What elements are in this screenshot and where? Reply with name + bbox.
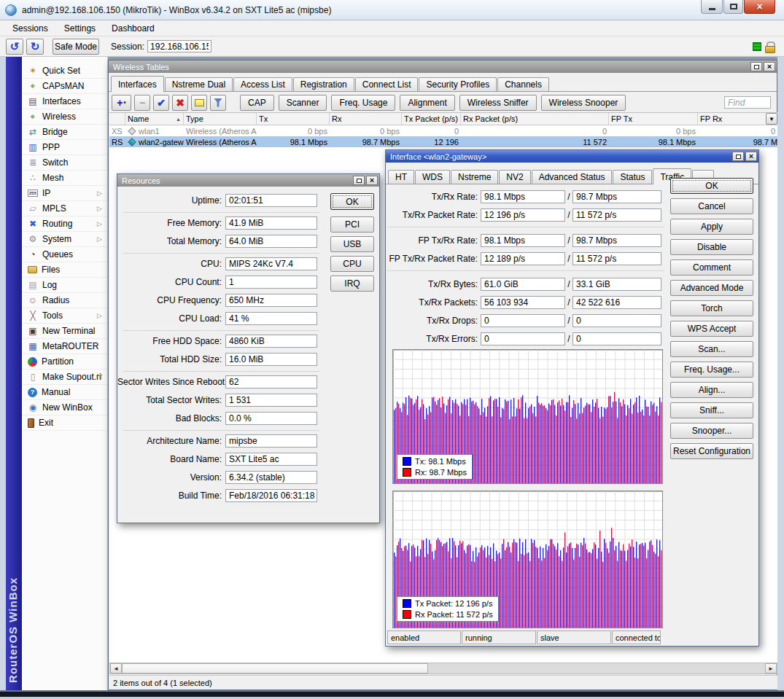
sidebar-item-switch[interactable]: ≣Switch bbox=[22, 155, 107, 171]
freq-usage-button[interactable]: Freq. Usage bbox=[331, 95, 395, 111]
resources-irq-button[interactable]: IRQ bbox=[330, 276, 374, 292]
restore-interface-button[interactable] bbox=[732, 152, 744, 161]
sidebar-item-quick-set[interactable]: ✶Quick Set bbox=[22, 63, 107, 79]
apply-button[interactable]: Apply bbox=[670, 219, 753, 235]
menu-settings[interactable]: Settings bbox=[56, 22, 104, 35]
resources-usb-button[interactable]: USB bbox=[330, 236, 374, 252]
wireless-sniffer-button[interactable]: Wireless Sniffer bbox=[459, 95, 537, 111]
reset-configuration-button[interactable]: Reset Configuration bbox=[670, 443, 753, 459]
comment-button[interactable]: Comment bbox=[670, 259, 753, 276]
maximize-resources-button[interactable] bbox=[353, 176, 365, 185]
close-window-button[interactable]: × bbox=[744, 0, 775, 14]
scan-button[interactable]: Scan... bbox=[670, 341, 753, 357]
alignment-button[interactable]: Alignment bbox=[400, 95, 454, 111]
resources-pci-button[interactable]: PCI bbox=[330, 216, 374, 233]
column-header-name[interactable]: Name▲ bbox=[125, 113, 184, 125]
sidebar-item-new-winbox[interactable]: ◉New WinBox bbox=[22, 400, 107, 415]
snooper-button[interactable]: Snooper... bbox=[670, 423, 753, 439]
torch-button[interactable]: Torch bbox=[670, 300, 753, 316]
sidebar-item-new-terminal[interactable]: ▣New Terminal bbox=[22, 324, 107, 339]
wt-tab-channels[interactable]: Channels bbox=[497, 77, 549, 91]
sidebar-item-radius[interactable]: ☺Radius bbox=[22, 293, 107, 308]
freq-usage-button[interactable]: Freq. Usage... bbox=[670, 362, 753, 378]
ok-button[interactable]: OK bbox=[670, 178, 753, 194]
close-interface-button[interactable]: × bbox=[745, 152, 757, 161]
scroll-left-button[interactable]: ◄ bbox=[110, 663, 122, 673]
maximize-button[interactable] bbox=[723, 0, 743, 14]
wt-tab-access-list[interactable]: Access List bbox=[233, 77, 292, 91]
wt-tab-registration[interactable]: Registration bbox=[293, 77, 354, 91]
if-tab-nstreme[interactable]: Nstreme bbox=[451, 170, 498, 184]
column-header-tx[interactable]: Tx bbox=[257, 113, 330, 125]
sidebar-item-queues[interactable]: ◔Queues bbox=[22, 247, 107, 262]
resources-ok-button[interactable]: OK bbox=[330, 193, 374, 210]
cancel-button[interactable]: Cancel bbox=[670, 198, 753, 214]
cap-button[interactable]: CAP bbox=[240, 95, 274, 111]
column-header-rx-packet-p-s[interactable]: Rx Packet (p/s) bbox=[461, 113, 609, 125]
comment-button[interactable] bbox=[191, 95, 207, 111]
column-header-tx-packet-p-s[interactable]: Tx Packet (p/s) bbox=[402, 113, 461, 125]
scroll-right-button[interactable]: ► bbox=[765, 663, 777, 673]
column-header-fp-tx[interactable]: FP Tx bbox=[609, 113, 698, 125]
sidebar-item-partition[interactable]: Partition bbox=[22, 354, 107, 370]
scanner-button[interactable]: Scanner bbox=[279, 95, 327, 111]
redo-button[interactable]: ↻ bbox=[26, 39, 44, 55]
sidebar-item-system[interactable]: ⚙System▷ bbox=[22, 232, 107, 247]
menu-dashboard[interactable]: Dashboard bbox=[104, 22, 163, 35]
sidebar-item-bridge[interactable]: ⇄Bridge bbox=[22, 125, 107, 140]
wps-accept-button[interactable]: WPS Accept bbox=[670, 321, 753, 337]
column-header-rx[interactable]: Rx bbox=[330, 113, 402, 125]
disable-button[interactable]: Disable bbox=[670, 239, 753, 255]
wireless-snooper-button[interactable]: Wireless Snooper bbox=[541, 95, 626, 111]
sidebar-item-mesh[interactable]: ∴Mesh bbox=[22, 171, 107, 186]
sidebar-item-interfaces[interactable]: ▤Interfaces bbox=[22, 94, 107, 109]
enable-button[interactable]: ✔ bbox=[153, 95, 169, 111]
wt-tab-connect-list[interactable]: Connect List bbox=[355, 77, 419, 91]
if-tab-nv2[interactable]: NV2 bbox=[499, 170, 530, 184]
if-tab-ht[interactable]: HT bbox=[388, 170, 414, 184]
sidebar-item-metarouter[interactable]: ▦MetaROUTER bbox=[22, 339, 107, 354]
table-row-wlan1[interactable]: XSwlan1Wireless (Atheros AR9...0 bps0 bp… bbox=[109, 125, 777, 136]
sidebar-item-exit[interactable]: Exit bbox=[22, 415, 107, 431]
sidebar-item-mpls[interactable]: ▱MPLS▷ bbox=[22, 201, 107, 216]
close-resources-button[interactable]: × bbox=[366, 176, 378, 185]
advanced-mode-button[interactable]: Advanced Mode bbox=[670, 280, 753, 296]
scrollbar-thumb[interactable] bbox=[122, 663, 428, 673]
table-row-wlan2-gateway[interactable]: RSwlan2-gatewayWireless (Atheros AR9...9… bbox=[109, 136, 777, 147]
align-button[interactable]: Align... bbox=[670, 382, 753, 398]
find-input[interactable] bbox=[724, 96, 771, 109]
wt-tab-nstreme-dual[interactable]: Nstreme Dual bbox=[165, 77, 233, 91]
session-input[interactable] bbox=[147, 40, 211, 52]
sidebar-item-manual[interactable]: ?Manual bbox=[22, 385, 107, 400]
sidebar-item-ppp[interactable]: ▥PPP bbox=[22, 140, 107, 155]
column-picker-button[interactable]: ▼ bbox=[766, 113, 777, 125]
add-button[interactable]: +▾ bbox=[112, 95, 131, 111]
wt-tab-security-profiles[interactable]: Security Profiles bbox=[419, 77, 497, 91]
sniff-button[interactable]: Sniff... bbox=[670, 402, 753, 418]
sidebar-item-capsman[interactable]: ⌖CAPsMAN bbox=[22, 79, 107, 94]
resources-cpu-button[interactable]: CPU bbox=[330, 256, 374, 272]
restore-button[interactable] bbox=[750, 62, 762, 71]
wt-tab-interfaces[interactable]: Interfaces bbox=[111, 76, 164, 92]
sidebar-item-log[interactable]: ▤Log bbox=[22, 278, 107, 293]
column-header-flags[interactable] bbox=[109, 113, 125, 125]
sidebar-item-files[interactable]: Files bbox=[22, 262, 107, 278]
if-tab-wds[interactable]: WDS bbox=[415, 170, 450, 184]
undo-button[interactable]: ↺ bbox=[6, 39, 23, 55]
sidebar-item-tools[interactable]: ╳Tools▷ bbox=[22, 308, 107, 324]
remove-button[interactable]: − bbox=[134, 95, 150, 111]
minimize-button[interactable] bbox=[701, 0, 723, 14]
if-tab-status[interactable]: Status bbox=[613, 170, 652, 184]
safe-mode-button[interactable]: Safe Mode bbox=[53, 39, 99, 55]
sidebar-item-ip[interactable]: 255IP▷ bbox=[22, 186, 107, 201]
column-header-type[interactable]: Type bbox=[184, 113, 257, 125]
if-tab-advanced-status[interactable]: Advanced Status bbox=[532, 170, 613, 184]
sidebar-item-routing[interactable]: ✖Routing▷ bbox=[22, 216, 107, 232]
filter-button[interactable] bbox=[210, 95, 226, 111]
close-wireless-tables-button[interactable]: × bbox=[764, 62, 775, 71]
sidebar-item-wireless[interactable]: ⌖Wireless bbox=[22, 109, 107, 125]
horizontal-scrollbar[interactable]: ◄ ► bbox=[109, 663, 777, 674]
sidebar-item-make-supout-rif[interactable]: ▯Make Supout.rif bbox=[22, 370, 107, 385]
menu-sessions[interactable]: Sessions bbox=[4, 22, 56, 35]
disable-button[interactable]: ✖ bbox=[172, 95, 188, 111]
